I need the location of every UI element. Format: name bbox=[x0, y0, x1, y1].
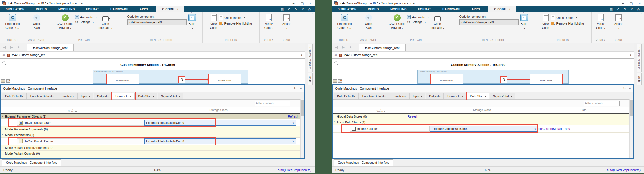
group-row-external-parameter-objects[interactable]: External Parameter Objects (1)Refresh bbox=[1, 114, 304, 119]
solver-label[interactable]: auto(FixedStepDiscrete) bbox=[607, 168, 641, 172]
tab-data-defaults[interactable]: Data Defaults bbox=[334, 93, 359, 99]
tab-format[interactable]: FORMAT bbox=[412, 6, 437, 12]
tab-c-code[interactable]: C CODE× bbox=[156, 6, 184, 12]
column-storage-class[interactable]: Storage Class bbox=[429, 107, 535, 113]
close-panel-icon[interactable]: × bbox=[629, 86, 631, 90]
code-dock-tab[interactable]: Code bbox=[637, 73, 642, 85]
collapse-ribbon-icon[interactable]: ⌃ bbox=[311, 13, 313, 16]
chevron-down-icon[interactable] bbox=[2, 133, 3, 136]
group-row-model-variant-control-arguments[interactable]: Model Variant Control Arguments (0) bbox=[1, 145, 304, 151]
tab-inports[interactable]: Inports bbox=[409, 93, 425, 99]
tab-function-defaults[interactable]: Function Defaults bbox=[27, 93, 57, 99]
code-dock-tab[interactable]: Code bbox=[308, 73, 313, 85]
component-field[interactable] bbox=[459, 19, 519, 25]
tab-outports[interactable]: Outports bbox=[426, 93, 444, 99]
table-row-tricore0counter[interactable]: tricore0Counter ExportedGlobalbssTriCore… bbox=[333, 125, 633, 133]
open-report-dropdown[interactable]: Open Report bbox=[551, 15, 584, 20]
settings-dropdown[interactable]: ⚙ Settings bbox=[407, 20, 429, 24]
build-button[interactable]: Build bbox=[188, 13, 196, 30]
annotation-icon[interactable] bbox=[6, 79, 10, 83]
group-row-global-data-stores[interactable]: Global Data Stores (0)Refresh bbox=[333, 114, 633, 119]
view-code-button[interactable]: View Code bbox=[542, 13, 549, 30]
close-button[interactable]: × bbox=[635, 0, 644, 6]
model-tab[interactable]: tc4xCustomStorage_ref0 bbox=[359, 44, 406, 51]
group-row-model-parameter-arguments[interactable]: Model Parameter Arguments (0) bbox=[1, 126, 304, 132]
help-icon[interactable]: ? bbox=[301, 7, 305, 11]
chevron-down-icon[interactable] bbox=[292, 121, 294, 124]
tab-modeling[interactable]: MODELING bbox=[53, 6, 80, 12]
signal-block[interactable] bbox=[178, 76, 185, 83]
tab-data-stores[interactable]: Data Stores bbox=[135, 93, 157, 99]
solver-label[interactable]: auto(FixedStepDiscrete) bbox=[278, 168, 311, 172]
vertical-scrollbar[interactable] bbox=[300, 99, 304, 158]
data-store-memory-block[interactable]: tricore0Counter bbox=[106, 74, 139, 84]
column-storage-class[interactable]: Storage Class bbox=[144, 107, 293, 113]
build-button[interactable]: Build bbox=[520, 13, 528, 30]
perspective-icon[interactable]: ◎ bbox=[307, 7, 311, 11]
refresh-panel-icon[interactable]: ↻ bbox=[294, 86, 296, 90]
code-advisor-button[interactable]: ✓ C/C++ Code Advisor bbox=[389, 13, 405, 30]
embedded-code-button[interactable]: C Embedded Code - C bbox=[337, 13, 352, 30]
chevron-down-icon[interactable] bbox=[534, 127, 536, 130]
forward-icon[interactable]: ▶ bbox=[342, 45, 345, 49]
property-inspector-tab[interactable]: Property Inspector bbox=[637, 44, 642, 72]
group-row-model-variant-variables[interactable]: Model Variant Variables (0) bbox=[1, 156, 304, 158]
save-icon[interactable]: ▦ bbox=[609, 7, 613, 11]
redo-icon[interactable]: ↷ bbox=[623, 7, 627, 11]
table-row-tricore0modelparam[interactable]: TriCore0modelParam ExportedGlobaldataTri… bbox=[1, 138, 304, 145]
tab-format[interactable]: FORMAT bbox=[80, 6, 105, 12]
chevron-down-icon[interactable] bbox=[334, 120, 335, 123]
remove-highlighting-button[interactable]: Remove Highlighting bbox=[219, 21, 252, 25]
code-interface-button[interactable]: Code Interface bbox=[99, 13, 112, 30]
undo-icon[interactable]: ↶ bbox=[287, 7, 291, 11]
vertical-scrollbar[interactable] bbox=[629, 99, 633, 158]
path-link[interactable]: tc4xCustomStorage_ref0 bbox=[537, 125, 570, 132]
verify-code-button[interactable]: Verify Code bbox=[264, 13, 273, 30]
fit-to-view-icon[interactable] bbox=[2, 67, 5, 70]
signal-block[interactable] bbox=[500, 76, 507, 83]
open-report-dropdown[interactable]: Open Report bbox=[219, 15, 252, 20]
tab-simulation[interactable]: SIMULATION bbox=[332, 6, 362, 12]
column-source[interactable]: ∧Source bbox=[1, 107, 144, 114]
automatic-dropdown[interactable]: Automatic bbox=[407, 15, 429, 19]
automatic-dropdown[interactable]: Automatic bbox=[75, 15, 97, 19]
back-icon[interactable]: ◀ bbox=[335, 45, 338, 49]
minimize-button[interactable]: – bbox=[289, 0, 298, 6]
tab-parameters[interactable]: Parameters bbox=[444, 93, 466, 99]
column-path[interactable]: Path bbox=[535, 107, 632, 113]
tab-c-code[interactable]: C CODE× bbox=[488, 6, 516, 12]
chevron-down-icon[interactable] bbox=[2, 115, 3, 117]
close-tab-icon[interactable]: × bbox=[177, 8, 178, 11]
share-button[interactable]: Share bbox=[282, 13, 290, 30]
undo-icon[interactable]: ↶ bbox=[616, 7, 620, 11]
view-code-button[interactable]: View Code bbox=[210, 13, 217, 30]
model-tab[interactable]: tc4xCustomStorage_ref0 bbox=[27, 44, 74, 51]
tab-apps[interactable]: APPS bbox=[466, 6, 486, 12]
tab-apps[interactable]: APPS bbox=[134, 6, 154, 12]
data-store-memory-block[interactable]: tricore0Counter bbox=[430, 74, 463, 84]
quick-start-button[interactable]: ➤ Quick Start bbox=[33, 13, 41, 30]
storage-class-dropdown[interactable]: ExportedGlobalbssTriCore0 bbox=[430, 126, 538, 132]
data-store-write-block[interactable]: tricore0Counter bbox=[208, 74, 241, 84]
tab-functions[interactable]: Functions bbox=[389, 93, 409, 99]
filter-input[interactable] bbox=[584, 101, 620, 106]
table-row-tricore0baseparam[interactable]: TriCore0baseParam ExportedGlobaldataTriC… bbox=[1, 119, 304, 126]
code-interface-button[interactable]: Code Interface bbox=[431, 13, 444, 30]
storage-class-dropdown[interactable]: ExportedGlobaldataTriCore0 bbox=[144, 120, 296, 126]
tab-hardware[interactable]: HARDWARE bbox=[105, 6, 134, 12]
embedded-code-button[interactable]: C Embedded Code - C bbox=[5, 13, 20, 30]
tab-data-defaults[interactable]: Data Defaults bbox=[2, 93, 27, 99]
up-icon[interactable]: ▲ bbox=[17, 45, 20, 49]
tab-functions[interactable]: Functions bbox=[57, 93, 77, 99]
tab-outports[interactable]: Outports bbox=[94, 93, 112, 99]
eye-icon[interactable]: ⊕ bbox=[334, 53, 337, 57]
save-icon[interactable]: ▦ bbox=[280, 7, 284, 11]
source-cell[interactable]: tricore0Counter bbox=[350, 126, 430, 132]
breadcrumb[interactable]: tc4xCustomStorage_ref0 bbox=[12, 53, 46, 57]
storage-class-dropdown[interactable]: ExportedGlobaldataTriCore0 bbox=[144, 138, 296, 144]
settings-dropdown[interactable]: ⚙ Settings bbox=[75, 20, 97, 24]
tab-hardware[interactable]: HARDWARE bbox=[437, 6, 466, 12]
library-icon[interactable] bbox=[333, 79, 337, 83]
minimize-button[interactable]: – bbox=[618, 0, 627, 6]
source-cell[interactable]: TriCore0baseParam bbox=[17, 120, 144, 126]
